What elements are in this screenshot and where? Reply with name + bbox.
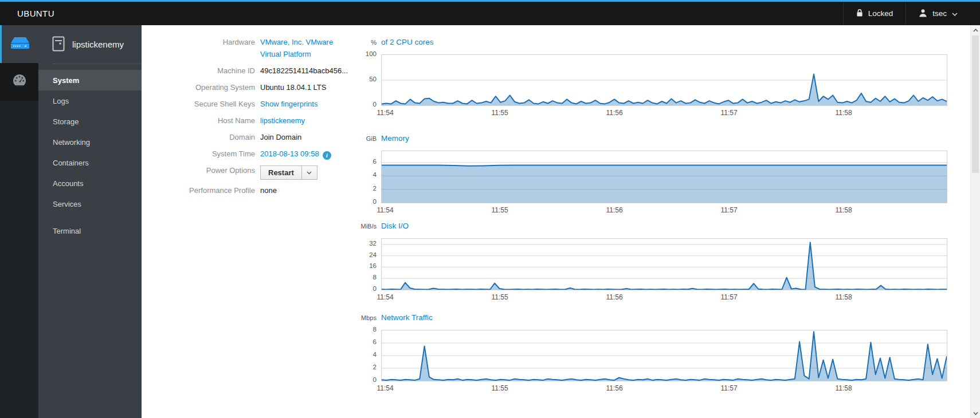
x-tick-label: 11:54 <box>377 384 393 392</box>
sidebar-item-networking[interactable]: Networking <box>38 132 142 152</box>
chart-plot-area[interactable] <box>381 330 947 381</box>
scrollbar-thumb[interactable] <box>972 36 979 173</box>
x-tick-label: 11:58 <box>835 293 852 301</box>
chart-header: GiBMemory <box>341 134 960 144</box>
sidebar: lipstickenemy SystemLogsStorageNetworkin… <box>38 25 142 418</box>
detail-row-power-options: Power OptionsRestart <box>142 164 371 180</box>
detail-value-link[interactable]: lipstickenemy <box>260 116 305 125</box>
x-tick-label: 11:56 <box>606 109 622 117</box>
y-tick-label: 6 <box>373 158 377 165</box>
chart-memory: GiBMemory024611:5411:5511:5611:5711:58 <box>341 134 960 215</box>
chart-plot-area[interactable] <box>381 238 947 290</box>
detail-label: Operating System <box>142 81 255 93</box>
y-tick-label: 2 <box>373 364 377 370</box>
detail-value: 2018-08-13 09:58i <box>255 148 331 160</box>
info-icon[interactable]: i <box>323 151 331 160</box>
y-tick-label: 100 <box>366 50 377 57</box>
detail-value: none <box>255 184 277 196</box>
rail-item-server[interactable] <box>0 25 38 63</box>
x-tick-label: 11:55 <box>491 293 508 301</box>
chart-plot-area[interactable] <box>381 151 947 203</box>
detail-label: System Time <box>142 148 255 160</box>
scroll-up-arrow-icon[interactable] <box>971 25 980 35</box>
x-tick-label: 11:58 <box>835 109 852 117</box>
y-tick-label: 0 <box>373 285 377 292</box>
detail-value: 49c1822514114bacb456... <box>255 65 348 77</box>
lock-status-button[interactable]: Locked <box>843 2 906 25</box>
x-tick-label: 11:56 <box>606 384 622 392</box>
y-tick-label: 4 <box>373 171 377 178</box>
chart-title-link[interactable]: Memory <box>381 134 409 143</box>
chart-title-link[interactable]: Disk I/O <box>381 222 409 230</box>
chart-x-axis: 11:5411:5511:5611:5711:58 <box>381 384 960 393</box>
chart-x-axis: 11:5411:5511:5611:5711:58 <box>381 206 960 215</box>
detail-value: Restart <box>255 164 317 180</box>
topbar-right-group: Locked tsec <box>843 2 970 25</box>
y-tick-label: 32 <box>369 240 377 247</box>
x-tick-label: 11:58 <box>835 384 852 392</box>
sidebar-item-containers[interactable]: Containers <box>38 152 142 173</box>
chart-y-axis: 08162432 <box>341 238 381 289</box>
chart-title-link[interactable]: of 2 CPU cores <box>381 38 434 46</box>
system-time-link[interactable]: 2018-08-13 09:58 <box>260 149 319 158</box>
app-rail <box>0 25 38 418</box>
detail-value: Ubuntu 18.04.1 LTS <box>255 81 326 93</box>
y-tick-label: 8 <box>373 274 377 281</box>
restart-dropdown-caret[interactable] <box>302 165 317 180</box>
chart-plot-area[interactable] <box>381 54 947 106</box>
detail-value: lipstickenemy <box>255 115 305 127</box>
x-tick-label: 11:57 <box>720 206 737 214</box>
vertical-scrollbar[interactable] <box>970 25 980 418</box>
chart-network-traffic: MbpsNetwork Traffic0246811:5411:5511:561… <box>341 313 960 393</box>
chart-unit-label: % <box>341 39 381 46</box>
brand-label: UBUNTU <box>0 9 54 18</box>
x-tick-label: 11:55 <box>491 109 508 117</box>
x-tick-label: 11:56 <box>606 206 622 214</box>
sidebar-item-logs[interactable]: Logs <box>38 90 142 111</box>
host-header[interactable]: lipstickenemy <box>38 25 142 64</box>
detail-label: Machine ID <box>142 65 255 77</box>
detail-value: VMware, Inc. VMware Virtual Platform <box>255 36 348 60</box>
y-tick-label: 0 <box>373 376 377 383</box>
restart-button[interactable]: Restart <box>260 165 302 180</box>
y-tick-label: 16 <box>369 262 377 269</box>
sidebar-item-accounts[interactable]: Accounts <box>38 173 142 194</box>
detail-value-link[interactable]: Show fingerprints <box>260 100 317 108</box>
user-menu-button[interactable]: tsec <box>905 2 970 25</box>
sidebar-item-services[interactable]: Services <box>38 194 142 214</box>
y-tick-label: 2 <box>373 185 377 192</box>
detail-value-link[interactable]: VMware, Inc. VMware Virtual Platform <box>260 38 333 58</box>
sidebar-item-storage[interactable]: Storage <box>38 111 142 132</box>
system-details: HardwareVMware, Inc. VMware Virtual Plat… <box>142 36 371 201</box>
chart-x-axis: 11:5411:5511:5611:5711:58 <box>381 109 960 118</box>
detail-row-domain: DomainJoin Domain <box>142 131 371 143</box>
y-tick-label: 24 <box>369 251 377 258</box>
sidebar-item-system[interactable]: System <box>38 70 142 90</box>
chart-header: %of 2 CPU cores <box>341 38 960 48</box>
chart-disk-i-o: MiB/sDisk I/O0816243211:5411:5511:5611:5… <box>341 222 960 302</box>
detail-label: Host Name <box>142 115 255 127</box>
y-tick-label: 0 <box>373 198 377 205</box>
detail-row-performance-profile: Performance Profilenone <box>142 184 371 196</box>
x-tick-label: 11:54 <box>377 293 393 301</box>
detail-row-system-time: System Time2018-08-13 09:58i <box>142 148 371 160</box>
chart-unit-label: MiB/s <box>341 223 381 230</box>
user-icon <box>919 9 927 19</box>
detail-row-host-name: Host Namelipstickenemy <box>142 115 371 127</box>
chart-title-link[interactable]: Network Traffic <box>381 313 433 322</box>
detail-label: Power Options <box>142 164 255 176</box>
x-tick-label: 11:57 <box>720 384 737 392</box>
chart-x-axis: 11:5411:5511:5611:5711:58 <box>381 293 960 302</box>
scroll-down-arrow-icon[interactable] <box>971 408 980 418</box>
chart-unit-label: Mbps <box>341 314 381 321</box>
y-tick-label: 8 <box>373 326 377 333</box>
y-tick-label: 4 <box>373 351 377 358</box>
detail-label: Hardware <box>142 36 255 48</box>
sidebar-item-terminal[interactable]: Terminal <box>38 220 142 241</box>
rail-item-dashboard[interactable] <box>0 63 38 101</box>
y-tick-label: 0 <box>373 101 377 108</box>
lock-status-label: Locked <box>868 9 893 18</box>
x-tick-label: 11:55 <box>491 384 508 392</box>
chart-of-2-cpu-cores: %of 2 CPU cores05010011:5411:5511:5611:5… <box>341 38 960 118</box>
chevron-down-icon <box>952 9 958 18</box>
